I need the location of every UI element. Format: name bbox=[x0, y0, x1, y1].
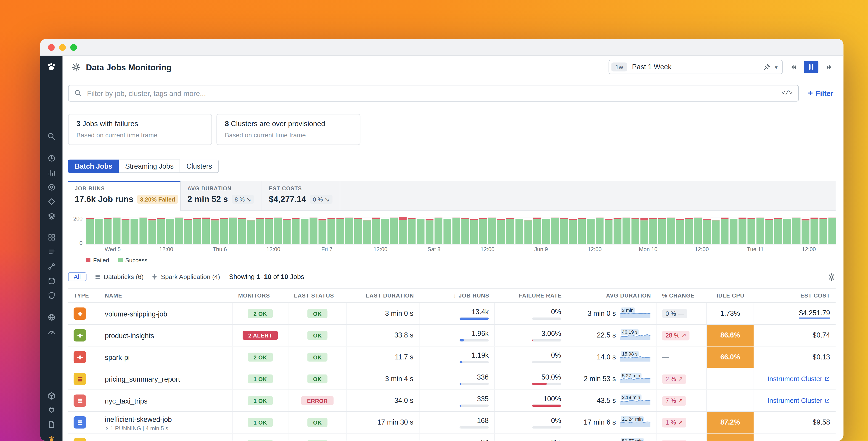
chart-bar[interactable] bbox=[318, 219, 326, 244]
rewind-button[interactable] bbox=[786, 61, 800, 73]
column-header-last-status[interactable]: LAST STATUS bbox=[288, 289, 347, 302]
chart-bar[interactable] bbox=[694, 217, 702, 244]
tab-streaming-jobs[interactable]: Streaming Jobs bbox=[119, 159, 180, 173]
filter-chip-databricks[interactable]: Databricks (6) bbox=[94, 273, 144, 280]
metrics-icon[interactable] bbox=[44, 166, 59, 179]
add-filter-button[interactable]: + Filter bbox=[808, 89, 834, 97]
chart-bar[interactable] bbox=[426, 219, 434, 244]
chart-bar[interactable] bbox=[176, 217, 183, 244]
chart-bar[interactable] bbox=[202, 218, 210, 244]
chart-bar[interactable] bbox=[301, 219, 308, 244]
column-header-failure-rate[interactable]: FAILURE RATE bbox=[495, 289, 567, 302]
chart-bar[interactable] bbox=[453, 217, 460, 244]
chart-bar[interactable] bbox=[399, 217, 407, 244]
stat-card-job-runs[interactable]: JOB RUNS 17.6k Job runs 3.20% Failed bbox=[68, 181, 181, 211]
chart-bar[interactable] bbox=[327, 218, 335, 244]
chart-bar[interactable] bbox=[131, 218, 138, 244]
history-icon[interactable] bbox=[44, 151, 59, 165]
chart-bar[interactable] bbox=[247, 219, 255, 244]
chart-bar[interactable] bbox=[113, 218, 121, 244]
chart-bar[interactable] bbox=[193, 218, 201, 244]
search-icon[interactable] bbox=[44, 129, 59, 143]
chart-bar[interactable] bbox=[220, 218, 228, 244]
dashboards-icon[interactable] bbox=[44, 231, 59, 244]
chart-bar[interactable] bbox=[497, 218, 505, 244]
column-header-last-duration[interactable]: LAST DURATION bbox=[347, 289, 420, 302]
chart-bar[interactable] bbox=[310, 217, 317, 244]
chart-bar[interactable] bbox=[390, 218, 398, 244]
pin-icon[interactable] bbox=[763, 63, 771, 70]
ci-icon[interactable] bbox=[44, 389, 59, 402]
chart-bar[interactable] bbox=[801, 219, 809, 244]
chart-bar[interactable] bbox=[435, 217, 442, 244]
chart-bar[interactable] bbox=[283, 219, 290, 244]
watchdog-icon[interactable] bbox=[44, 180, 59, 194]
chart-bar[interactable] bbox=[828, 218, 836, 244]
chart-bar[interactable] bbox=[211, 219, 219, 244]
chart-bar[interactable] bbox=[408, 218, 415, 244]
chart-bar[interactable] bbox=[721, 217, 728, 244]
chart-bar[interactable] bbox=[86, 218, 94, 244]
job-name-link[interactable]: pricing_summary_report bbox=[105, 376, 180, 383]
est-cost-value[interactable]: $4,251.79 bbox=[799, 309, 830, 319]
job-name-link[interactable]: nyc_taxi_trips bbox=[105, 398, 148, 405]
instrument-cluster-link[interactable]: Instrument Cluster bbox=[768, 375, 830, 383]
chart-bar[interactable] bbox=[748, 218, 755, 244]
synthetics-icon[interactable] bbox=[44, 310, 59, 324]
chart-bar[interactable] bbox=[238, 218, 246, 244]
column-header-idle-cpu[interactable]: IDLE CPU bbox=[707, 289, 754, 302]
chart-bar[interactable] bbox=[524, 219, 532, 244]
chart-bar[interactable] bbox=[417, 219, 425, 244]
chart-bar[interactable] bbox=[604, 219, 612, 244]
tab-clusters[interactable]: Clusters bbox=[180, 159, 219, 173]
chevron-down-icon[interactable]: ▾ bbox=[775, 64, 778, 70]
column-header-monitors[interactable]: MONITORS bbox=[232, 289, 288, 302]
filter-chip-spark[interactable]: Spark Application (4) bbox=[151, 273, 220, 280]
table-row[interactable]: inefficient-skewed-job⚡ 1 RUNNING | 4 mi… bbox=[68, 412, 836, 434]
column-header-job-runs[interactable]: ↓JOB RUNS bbox=[420, 289, 495, 302]
stat-card-est-costs[interactable]: EST COSTS $4,277.14 0 % ↘ bbox=[262, 181, 340, 210]
table-row[interactable]: profit_measure_by_product_type1 OKOK43 m… bbox=[68, 434, 836, 441]
monitors-icon[interactable] bbox=[44, 325, 59, 338]
tab-batch-jobs[interactable]: Batch Jobs bbox=[68, 159, 119, 173]
job-name-link[interactable]: spark-pi bbox=[105, 354, 130, 361]
chart-bar[interactable] bbox=[685, 218, 693, 244]
notebooks-icon[interactable] bbox=[44, 417, 59, 431]
window-titlebar[interactable] bbox=[40, 39, 843, 56]
chart-bar[interactable] bbox=[730, 219, 738, 244]
summary-card-failures[interactable]: 3 Jobs with failures Based on current ti… bbox=[68, 114, 212, 145]
chart-bar[interactable] bbox=[542, 219, 550, 244]
column-header-name[interactable]: NAME bbox=[99, 289, 233, 302]
stat-card-avg-duration[interactable]: AVG DURATION 2 min 52 s 8 % ↘ bbox=[181, 181, 262, 210]
chart-bar[interactable] bbox=[810, 218, 818, 244]
chart-bar[interactable] bbox=[676, 219, 684, 244]
chart-bar[interactable] bbox=[479, 218, 487, 244]
job-name-link[interactable]: volume-shipping-job bbox=[105, 310, 167, 318]
table-row[interactable]: nyc_taxi_trips1 OKERROR34.0 s335100%43.5… bbox=[68, 390, 836, 412]
chart-bar[interactable] bbox=[95, 219, 102, 244]
chart-bar[interactable] bbox=[292, 218, 300, 244]
chart-bar[interactable] bbox=[265, 218, 273, 244]
apm-icon[interactable] bbox=[44, 195, 59, 208]
chart-bar[interactable] bbox=[354, 218, 362, 244]
table-row[interactable]: volume-shipping-job2 OKOK3 min 0 s13.4k0… bbox=[68, 303, 836, 325]
chart-bar[interactable] bbox=[703, 219, 711, 244]
chart-bar[interactable] bbox=[149, 219, 156, 244]
chart-bar[interactable] bbox=[381, 218, 389, 244]
chart-bar[interactable] bbox=[345, 217, 353, 244]
data-jobs-icon[interactable] bbox=[44, 432, 59, 441]
chart-bar[interactable] bbox=[229, 218, 237, 244]
chart-bar[interactable] bbox=[122, 219, 129, 244]
forward-button[interactable] bbox=[822, 61, 836, 73]
databases-icon[interactable] bbox=[44, 274, 59, 288]
chart-bar[interactable] bbox=[775, 218, 782, 244]
chart-bar[interactable] bbox=[184, 219, 192, 244]
chart-bar[interactable] bbox=[712, 220, 720, 244]
chart-bar[interactable] bbox=[157, 218, 165, 244]
chart-bar[interactable] bbox=[363, 220, 371, 244]
chart-bar[interactable] bbox=[587, 218, 594, 244]
chart-bar[interactable] bbox=[443, 219, 452, 244]
datadog-logo-icon[interactable] bbox=[46, 61, 57, 73]
job-name-link[interactable]: inefficient-skewed-job bbox=[105, 415, 172, 423]
column-header-est-cost[interactable]: EST COST bbox=[754, 289, 836, 302]
